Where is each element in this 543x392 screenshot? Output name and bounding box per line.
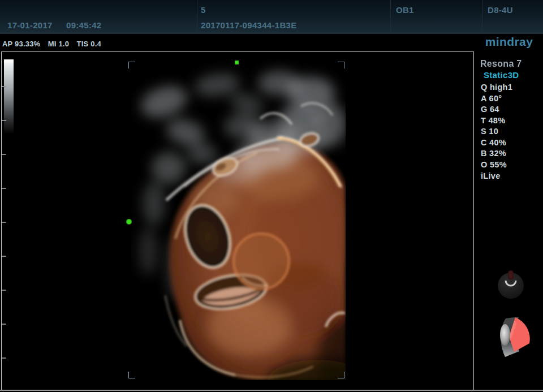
- param-smooth: S 10: [481, 127, 498, 136]
- param-angle: A 60°: [481, 94, 502, 103]
- header-divider: [482, 0, 482, 34]
- param-threshold: T 48%: [481, 116, 505, 125]
- roi-corner-bottom-right[interactable]: [338, 372, 344, 378]
- imaging-mode-label: Static3D: [484, 70, 519, 80]
- header-divider: [390, 0, 391, 34]
- exam-date: 17-01-2017: [7, 20, 53, 30]
- probe-sector-icon: [496, 315, 531, 361]
- acoustic-power-value: AP 93.33%: [2, 40, 40, 48]
- probe-model: D8-4U: [488, 5, 513, 15]
- patient-info-bar: 17-01-2017 09:45:42 5 20170117-094344-1B…: [0, 0, 543, 35]
- acoustic-output-bar: AP 93.33% MI 1.0 TIS 0.4: [0, 35, 543, 51]
- trackball-icon: [497, 269, 525, 302]
- header-divider: [197, 0, 197, 34]
- mindray-logo: mindray: [479, 35, 539, 49]
- grayscale-map-bar: [4, 59, 14, 134]
- roi-corner-top-right[interactable]: [338, 62, 344, 68]
- exam-id: 20170117-094344-1B3E: [201, 20, 296, 30]
- tis-value: TIS 0.4: [77, 40, 101, 48]
- param-brightness: B 32%: [481, 149, 506, 158]
- roi-corner-top-left[interactable]: [128, 62, 135, 68]
- param-gain: G 64: [481, 105, 499, 114]
- roi-handle-top[interactable]: [235, 61, 239, 64]
- ilive-label: iLive: [481, 171, 501, 180]
- mi-value: MI 1.0: [48, 40, 69, 48]
- exam-time: 09:45:42: [66, 20, 101, 30]
- param-quality: Q high1: [481, 83, 512, 92]
- exam-preset: OB1: [396, 5, 414, 15]
- system-name: Resona 7: [480, 59, 522, 69]
- screen-bottom-divider: [0, 390, 543, 391]
- roi-handle-left[interactable]: [126, 219, 132, 225]
- exam-number: 5: [201, 5, 206, 15]
- param-opacity: O 55%: [481, 160, 507, 169]
- param-contrast: C 40%: [481, 138, 506, 147]
- roi-corner-bottom-left[interactable]: [128, 372, 135, 378]
- volume-render-image[interactable]: [131, 52, 346, 380]
